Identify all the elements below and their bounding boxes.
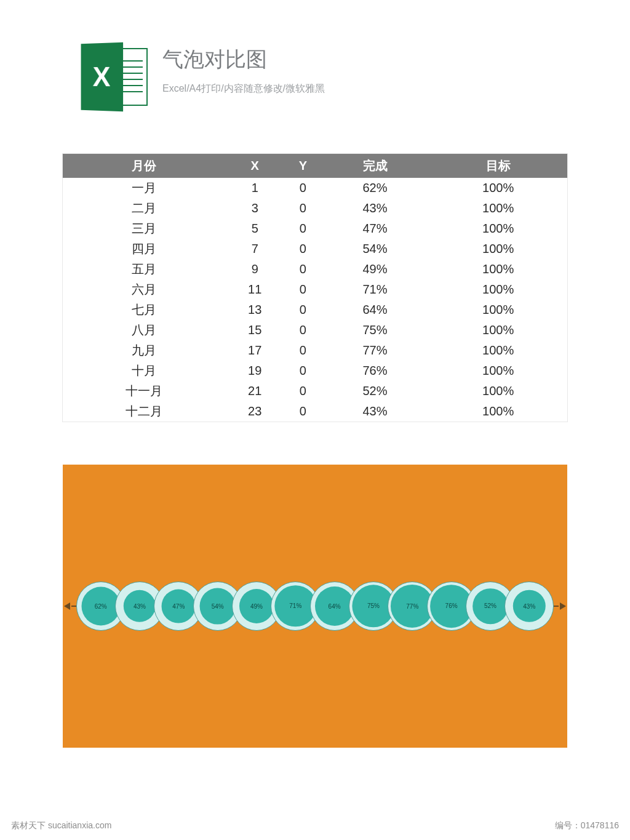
table-row: 二月3043%100% <box>63 198 567 218</box>
cell-x: 5 <box>225 218 285 239</box>
bubble-label: 43% <box>523 602 535 609</box>
page-title: 气泡对比图 <box>162 46 325 74</box>
cell-month: 一月 <box>63 178 225 198</box>
bubble-slot: 71% <box>276 582 315 631</box>
col-target: 目标 <box>429 154 567 178</box>
cell-target: 100% <box>429 239 567 259</box>
cell-month: 五月 <box>63 259 225 279</box>
table-row: 十一月21052%100% <box>63 381 567 401</box>
cell-month: 九月 <box>63 340 225 361</box>
cell-target: 100% <box>429 381 567 401</box>
bubble-complete: 54% <box>199 588 236 625</box>
table-row: 七月13064%100% <box>63 300 567 320</box>
table-head: 月份 X Y 完成 目标 <box>63 154 567 178</box>
bubble-label: 76% <box>445 602 458 609</box>
cell-complete: 43% <box>321 198 429 218</box>
cell-x: 7 <box>225 239 285 259</box>
excel-icon-letter: X <box>93 62 111 93</box>
bubble-slot: 77% <box>393 582 432 631</box>
excel-icon-book: X <box>81 42 124 112</box>
cell-x: 15 <box>225 320 285 340</box>
cell-target: 100% <box>429 320 567 340</box>
cell-month: 六月 <box>63 279 225 300</box>
bubble-complete: 49% <box>239 589 274 623</box>
col-month: 月份 <box>63 154 225 178</box>
bubble-label: 71% <box>289 603 301 610</box>
cell-complete: 43% <box>321 401 429 422</box>
cell-y: 0 <box>285 340 321 361</box>
cell-target: 100% <box>429 361 567 381</box>
cell-complete: 54% <box>321 239 429 259</box>
bubble-complete: 52% <box>472 588 508 624</box>
table-row: 四月7054%100% <box>63 239 567 259</box>
cell-x: 11 <box>225 279 285 300</box>
cell-y: 0 <box>285 279 321 300</box>
table-row: 六月11071%100% <box>63 279 567 300</box>
cell-x: 13 <box>225 300 285 320</box>
bubble-label: 64% <box>329 603 341 610</box>
bubble-label: 47% <box>172 603 185 610</box>
page-root: X 气泡对比图 Excel/A4打印/内容随意修改/微软雅黑 月份 X Y 完成… <box>0 0 630 840</box>
cell-month: 二月 <box>63 198 225 218</box>
cell-target: 100% <box>429 279 567 300</box>
cell-complete: 76% <box>321 361 429 381</box>
cell-month: 十月 <box>63 361 225 381</box>
cell-month: 三月 <box>63 218 225 239</box>
table-row: 一月1062%100% <box>63 178 567 198</box>
cell-complete: 49% <box>321 259 429 279</box>
bubble-slot: 52% <box>471 582 509 631</box>
cell-x: 9 <box>225 259 285 279</box>
cell-month: 八月 <box>63 320 225 340</box>
bubble-slot: 76% <box>432 582 471 631</box>
bubble-complete: 62% <box>81 587 120 626</box>
cell-target: 100% <box>429 259 567 279</box>
bubble-slot: 43% <box>510 582 549 631</box>
table-body: 一月1062%100%二月3043%100%三月5047%100%四月7054%… <box>63 178 567 422</box>
cell-x: 3 <box>225 198 285 218</box>
bubble-label: 43% <box>134 602 146 609</box>
axis-arrow-left-icon <box>64 602 70 610</box>
header: X 气泡对比图 Excel/A4打印/内容随意修改/微软雅黑 <box>63 43 567 111</box>
cell-target: 100% <box>429 340 567 361</box>
cell-x: 1 <box>225 178 285 198</box>
bubble-slot: 64% <box>315 582 354 631</box>
page-subtitle: Excel/A4打印/内容随意修改/微软雅黑 <box>162 82 325 95</box>
cell-complete: 71% <box>321 279 429 300</box>
footer-id: 编号：01478116 <box>555 820 619 831</box>
cell-y: 0 <box>285 218 321 239</box>
table-row: 三月5047%100% <box>63 218 567 239</box>
cell-y: 0 <box>285 401 321 422</box>
bubbles-row: 62%43%47%54%49%71%64%75%77%76%52%43% <box>81 582 549 631</box>
footer: 素材天下 sucaitianxia.com 编号：01478116 <box>0 820 630 831</box>
bubble-slot: 75% <box>354 582 393 631</box>
cell-x: 23 <box>225 401 285 422</box>
table-header-row: 月份 X Y 完成 目标 <box>63 154 567 178</box>
table-row: 十二月23043%100% <box>63 401 567 422</box>
bubble-label: 77% <box>406 603 418 610</box>
bubble-label: 54% <box>212 603 224 610</box>
cell-x: 21 <box>225 381 285 401</box>
bubble-complete: 47% <box>162 590 196 623</box>
bubble-slot: 47% <box>159 582 198 631</box>
cell-complete: 52% <box>321 381 429 401</box>
cell-month: 七月 <box>63 300 225 320</box>
table-row: 五月9049%100% <box>63 259 567 279</box>
title-block: 气泡对比图 Excel/A4打印/内容随意修改/微软雅黑 <box>162 43 325 95</box>
cell-y: 0 <box>285 381 321 401</box>
axis-arrow-right-icon <box>560 602 566 610</box>
cell-y: 0 <box>285 361 321 381</box>
bubble-label: 52% <box>484 603 496 610</box>
bubble-label: 49% <box>250 603 263 610</box>
col-y: Y <box>285 154 321 178</box>
cell-target: 100% <box>429 401 567 422</box>
col-complete: 完成 <box>321 154 429 178</box>
table-row: 九月17077%100% <box>63 340 567 361</box>
cell-y: 0 <box>285 178 321 198</box>
footer-source: 素材天下 sucaitianxia.com <box>11 820 111 831</box>
cell-y: 0 <box>285 300 321 320</box>
excel-icon: X <box>80 43 148 111</box>
cell-complete: 77% <box>321 340 429 361</box>
col-x: X <box>225 154 285 178</box>
cell-y: 0 <box>285 198 321 218</box>
cell-target: 100% <box>429 178 567 198</box>
